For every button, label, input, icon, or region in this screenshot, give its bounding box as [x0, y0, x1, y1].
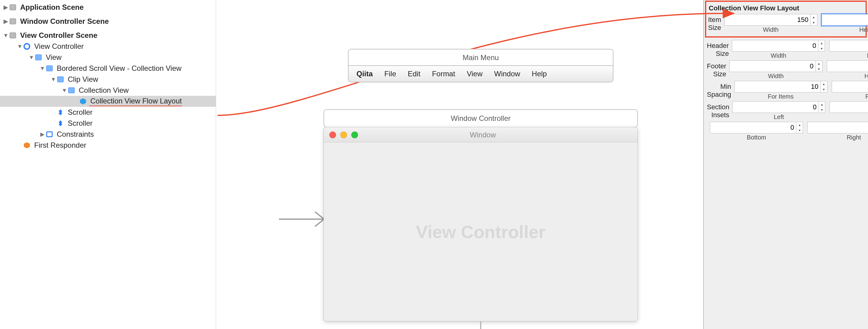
inset-left-input[interactable]	[733, 103, 818, 111]
svg-rect-8	[60, 111, 61, 113]
traffic-lights	[329, 131, 358, 138]
inset-right-input[interactable]	[808, 124, 868, 131]
chevron-up-icon[interactable]: ▴	[816, 61, 822, 66]
inset-left-field[interactable]: ▴▾	[732, 101, 825, 113]
inset-right-field[interactable]: ▴▾	[807, 122, 868, 133]
disclosure-icon[interactable]: ▼	[51, 76, 56, 83]
disclosure-icon[interactable]: ▼	[29, 54, 34, 61]
chevron-up-icon[interactable]: ▴	[818, 101, 825, 107]
view-controller-icon	[23, 42, 31, 50]
menu-file[interactable]: File	[384, 69, 396, 78]
scene-application[interactable]: ▶ Application Scene	[0, 2, 216, 13]
spacing-lines-field[interactable]: ▴▾	[832, 81, 868, 92]
stepper[interactable]: ▴▾	[810, 14, 817, 25]
inset-bottom-field[interactable]: ▴▾	[710, 122, 803, 133]
chevron-down-icon[interactable]: ▾	[818, 46, 825, 51]
sublabel: For Items	[768, 93, 794, 100]
spacing-items-field[interactable]: ▴▾	[734, 81, 828, 92]
header-width-input[interactable]	[732, 42, 818, 50]
outline-first-responder[interactable]: First Responder	[0, 140, 216, 151]
segue-line-icon	[480, 321, 481, 329]
scene-window-controller[interactable]: ▶ Window Controller Scene	[0, 16, 216, 27]
outline-collection-view-flow-layout[interactable]: Collection View Flow Layout	[0, 96, 216, 107]
window-titlebar: Window	[324, 127, 638, 143]
menu-window[interactable]: Window	[494, 69, 520, 78]
item-height-field[interactable]: ▴▾	[822, 14, 868, 26]
footer-width-field[interactable]: ▴▾	[730, 60, 823, 72]
outline-scroller-2[interactable]: Scroller	[0, 118, 216, 129]
chevron-down-icon[interactable]: ▾	[818, 107, 825, 113]
disclosure-icon[interactable]: ▶	[3, 4, 8, 11]
outline-view-controller[interactable]: ▼ View Controller	[0, 41, 216, 52]
window-preview[interactable]: Window View Controller	[323, 127, 638, 321]
outline-collection-view[interactable]: ▼ Collection View	[0, 85, 216, 96]
footer-size-row: Footer Size ▴▾ Width ▴▾ Height	[707, 60, 865, 80]
interface-builder-canvas[interactable]: Main Menu Qiita File Edit Format View Wi…	[216, 0, 703, 329]
close-icon[interactable]	[329, 131, 336, 138]
menu-help[interactable]: Help	[532, 69, 547, 78]
disclosure-icon[interactable]: ▼	[62, 87, 67, 94]
menu-app[interactable]: Qiita	[356, 69, 373, 78]
disclosure-icon[interactable]: ▼	[17, 43, 23, 50]
menu-edit[interactable]: Edit	[408, 69, 420, 78]
disclosure-icon[interactable]: ▼	[3, 32, 8, 39]
outline-bordered-scroll-view[interactable]: ▼ Bordered Scroll View - Collection View	[0, 63, 216, 74]
chevron-down-icon[interactable]: ▾	[811, 20, 817, 25]
outline-constraints[interactable]: ▶ Constraints	[0, 129, 216, 140]
header-width-field[interactable]: ▴▾	[732, 40, 825, 52]
zoom-icon[interactable]	[351, 131, 358, 138]
document-outline[interactable]: ▶ Application Scene ▶ Window Controller …	[0, 0, 216, 329]
outline-label: Collection View Flow Layout	[89, 97, 182, 106]
outline-view[interactable]: ▼ View	[0, 52, 216, 63]
stepper[interactable]: ▴▾	[820, 81, 827, 92]
footer-width-input[interactable]	[730, 62, 815, 70]
outline-label: Constraints	[56, 130, 94, 139]
stepper[interactable]: ▴▾	[818, 101, 825, 113]
item-size-row: Item Size ▴▾ Width ▴▾ He	[708, 14, 864, 33]
header-height-input[interactable]	[830, 42, 868, 50]
header-height-field[interactable]: ▴▾	[829, 40, 868, 52]
minimize-icon[interactable]	[340, 131, 347, 138]
stepper[interactable]: ▴▾	[818, 40, 825, 51]
chevron-up-icon[interactable]: ▴	[811, 14, 817, 20]
window-controller-scene[interactable]: Window Controller Window View Controller	[323, 109, 638, 329]
disclosure-icon[interactable]: ▼	[40, 65, 45, 72]
item-width-input[interactable]	[724, 16, 810, 24]
disclosure-icon[interactable]: ▶	[40, 131, 45, 138]
scene-label: Application Scene	[19, 3, 84, 11]
row-label: Header Size	[707, 42, 732, 58]
scene-view-controller[interactable]: ▼ View Controller Scene	[0, 30, 216, 41]
main-menu-scene[interactable]: Main Menu Qiita File Edit Format View Wi…	[348, 49, 614, 82]
outline-clip-view[interactable]: ▼ Clip View	[0, 74, 216, 85]
chevron-down-icon[interactable]: ▾	[816, 66, 822, 72]
spacing-items-input[interactable]	[735, 83, 820, 91]
spacing-lines-input[interactable]	[832, 83, 868, 91]
chevron-up-icon[interactable]: ▴	[818, 40, 825, 46]
inset-top-field[interactable]: ▴▾	[830, 101, 868, 113]
scene-icon	[8, 3, 17, 11]
size-inspector[interactable]: Collection View Flow Layout Item Size ▴▾…	[703, 0, 868, 329]
stepper[interactable]: ▴▾	[815, 61, 822, 72]
footer-height-field[interactable]: ▴▾	[827, 60, 868, 72]
chevron-down-icon[interactable]: ▾	[796, 127, 803, 133]
chevron-down-icon[interactable]: ▾	[821, 87, 827, 92]
menu-view[interactable]: View	[467, 69, 483, 78]
item-height-input[interactable]	[822, 16, 868, 24]
stepper[interactable]: ▴▾	[796, 122, 803, 133]
chevron-up-icon[interactable]: ▴	[821, 81, 827, 87]
svg-rect-0	[10, 5, 16, 10]
min-spacing-row: Min Spacing ▴▾ For Items ▴▾ For Lines	[707, 81, 865, 100]
inset-top-input[interactable]	[830, 103, 868, 111]
footer-height-input[interactable]	[827, 62, 868, 70]
svg-rect-7	[68, 88, 74, 93]
outline-label: Scroller	[66, 119, 92, 127]
disclosure-icon[interactable]: ▶	[3, 18, 8, 25]
menu-format[interactable]: Format	[432, 69, 455, 78]
scene-icon	[8, 18, 17, 25]
row-label: Section Insets	[707, 103, 732, 119]
item-width-field[interactable]: ▴▾	[724, 14, 817, 26]
inset-bottom-input[interactable]	[710, 124, 796, 131]
chevron-up-icon[interactable]: ▴	[796, 122, 803, 127]
window-content[interactable]: View Controller	[324, 143, 638, 321]
outline-scroller-1[interactable]: Scroller	[0, 107, 216, 118]
